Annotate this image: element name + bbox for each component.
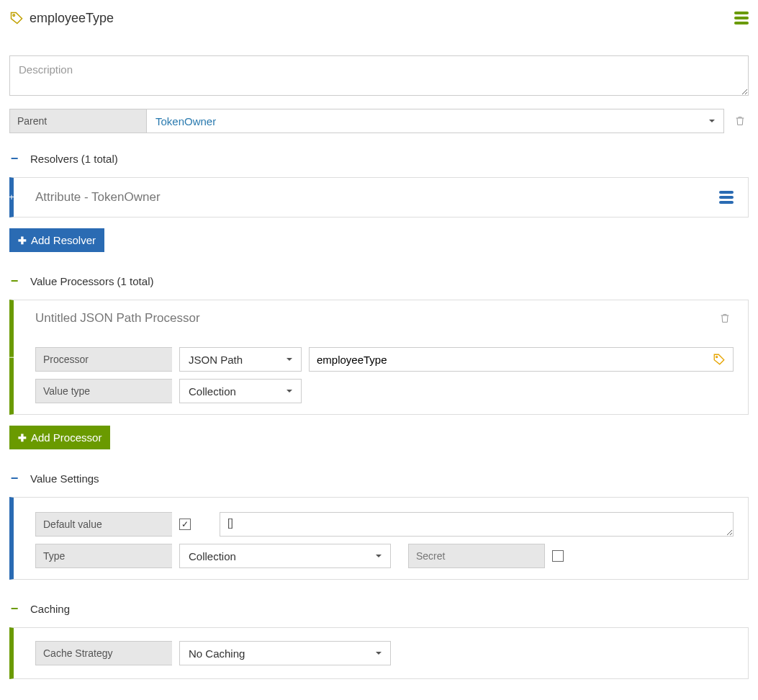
default-checkbox[interactable]: ✓	[179, 519, 191, 530]
menu-icon[interactable]	[734, 9, 749, 27]
processor-value: JSON Path	[189, 354, 243, 366]
plus-icon: ✚	[18, 432, 27, 444]
parent-dropdown[interactable]: TokenOwner	[146, 109, 724, 133]
page-title: employeeType	[30, 11, 114, 26]
chevron-down-icon	[376, 652, 382, 655]
processor-label: Processor	[35, 347, 172, 372]
processor-head: Untitled JSON Path Processor	[14, 300, 748, 333]
parent-label: Parent	[9, 109, 146, 133]
processor-path-input-wrap	[309, 347, 734, 372]
chevron-down-icon	[376, 555, 382, 557]
cache-strategy-value: No Caching	[189, 647, 245, 660]
collapse-toggle[interactable]: −	[9, 471, 19, 486]
title-group: employeeType	[9, 11, 114, 26]
caching-panel: Cache Strategy No Caching	[9, 627, 749, 679]
caching-body: Cache Strategy No Caching	[14, 628, 748, 678]
processor-panel: − Untitled JSON Path Processor Processor…	[9, 300, 749, 415]
processor-body: Processor JSON Path Value type Collectio…	[14, 333, 748, 414]
valuetype-value: Collection	[189, 385, 236, 398]
resolvers-heading: Resolvers (1 total)	[30, 153, 118, 165]
processor-type-row: Processor JSON Path	[35, 347, 734, 372]
valuetype-label: Value type	[35, 379, 172, 403]
add-resolver-button[interactable]: ✚ Add Resolver	[9, 228, 104, 252]
type-dropdown[interactable]: Collection	[179, 544, 391, 568]
resolver-panel: + Attribute - TokenOwner	[9, 177, 749, 217]
svg-point-0	[13, 14, 15, 17]
collapse-toggle[interactable]: −	[9, 601, 19, 616]
add-processor-label: Add Processor	[31, 431, 101, 444]
add-resolver-label: Add Resolver	[31, 234, 96, 246]
tag-icon	[9, 11, 24, 25]
cache-strategy-row: Cache Strategy No Caching	[35, 641, 734, 665]
settings-panel: Default value ✓ Type Collection Secret	[9, 497, 749, 580]
expand-handle[interactable]: +	[9, 178, 14, 217]
type-value: Collection	[189, 550, 236, 562]
settings-heading: Value Settings	[30, 472, 99, 485]
type-row: Type Collection Secret	[35, 544, 734, 568]
processors-heading: Value Processors (1 total)	[30, 275, 153, 287]
caching-heading: Caching	[30, 603, 70, 615]
plus-icon: ✚	[18, 235, 27, 246]
valuetype-row: Value type Collection	[35, 379, 734, 403]
chevron-down-icon	[286, 358, 292, 361]
chevron-down-icon	[709, 120, 715, 122]
collapse-toggle[interactable]: −	[9, 274, 19, 289]
secret-label: Secret	[408, 544, 545, 568]
valuetype-dropdown[interactable]: Collection	[179, 379, 302, 403]
default-value-row: Default value ✓	[35, 512, 734, 537]
processor-path-input[interactable]	[317, 354, 713, 366]
add-processor-button[interactable]: ✚ Add Processor	[9, 426, 110, 449]
settings-section-header: − Value Settings	[9, 471, 749, 486]
parent-value: TokenOwner	[155, 115, 216, 127]
parent-row: Parent TokenOwner	[9, 109, 749, 133]
svg-point-1	[716, 356, 718, 358]
delete-parent-button[interactable]	[731, 109, 749, 133]
default-value-input[interactable]	[220, 512, 734, 537]
caching-section-header: − Caching	[9, 601, 749, 616]
resolver-title: Attribute - TokenOwner	[21, 190, 719, 205]
settings-body: Default value ✓ Type Collection Secret	[14, 498, 748, 579]
type-label: Type	[35, 544, 172, 568]
collapse-toggle[interactable]: −	[9, 151, 19, 166]
default-label: Default value	[35, 512, 172, 537]
tag-icon[interactable]	[713, 353, 726, 366]
processor-dropdown[interactable]: JSON Path	[179, 347, 302, 372]
processor-title: Untitled JSON Path Processor	[35, 311, 709, 326]
cache-strategy-label: Cache Strategy	[35, 641, 172, 665]
cache-strategy-dropdown[interactable]: No Caching	[179, 641, 391, 665]
secret-checkbox[interactable]	[552, 550, 564, 562]
delete-processor-button[interactable]	[716, 312, 734, 325]
page-header: employeeType	[9, 9, 749, 27]
processors-section-header: − Value Processors (1 total)	[9, 274, 749, 289]
resolver-menu-icon[interactable]	[719, 189, 734, 206]
description-input[interactable]	[9, 55, 749, 96]
resolvers-section-header: − Resolvers (1 total)	[9, 151, 749, 166]
chevron-down-icon	[286, 390, 292, 392]
collapse-handle[interactable]: −	[9, 300, 14, 414]
